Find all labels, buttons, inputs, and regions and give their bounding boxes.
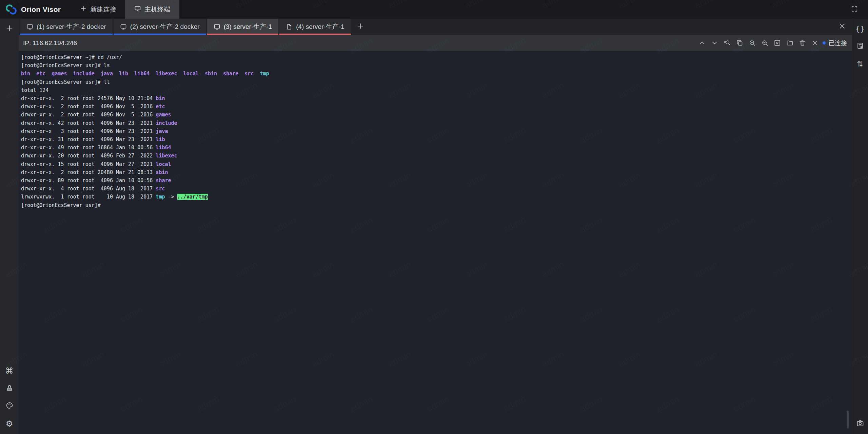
app-logo[interactable]: Orion Visor bbox=[0, 0, 61, 19]
terminal-line: bin etc games include java lib lib64 lib… bbox=[21, 70, 852, 78]
settings-button[interactable]: ⚙ bbox=[0, 415, 19, 433]
plus-icon bbox=[80, 5, 87, 14]
nav-host-terminal[interactable]: 主机终端 bbox=[125, 0, 179, 19]
terminal-line: drwxr-xr-x. 42 root root 4096 Mar 23 202… bbox=[21, 119, 852, 127]
fullscreen-icon bbox=[851, 5, 858, 14]
ip-address-label: IP: 116.62.194.246 bbox=[23, 39, 77, 47]
monitor-icon bbox=[26, 23, 33, 30]
file-icon bbox=[286, 23, 293, 30]
scroll-down-button[interactable] bbox=[709, 38, 719, 48]
zoom-in-button[interactable] bbox=[747, 38, 757, 48]
variables-button[interactable]: {} bbox=[852, 20, 868, 38]
swap-icon: ⇅ bbox=[857, 60, 863, 68]
tab-label: (3) server-生产-1 bbox=[224, 22, 272, 31]
tab-underline-red bbox=[207, 34, 279, 35]
terminal-line: [root@OrionEcsServer usr]# ll bbox=[21, 78, 852, 86]
orion-visor-logo-icon bbox=[5, 3, 17, 16]
terminal-scrollbar[interactable] bbox=[847, 411, 849, 429]
terminal-line: lrwxrwxrwx. 1 root root 10 Aug 18 2017 t… bbox=[21, 193, 852, 201]
new-tab-button[interactable] bbox=[352, 19, 369, 35]
transfer-button[interactable]: ⇅ bbox=[852, 55, 868, 73]
shortcut-keys-button[interactable]: ⌘ bbox=[0, 362, 19, 380]
clear-button[interactable] bbox=[797, 38, 807, 48]
session-toolbar: IP: 116.62.194.246 已连接 bbox=[19, 35, 852, 51]
app-header: Orion Visor 新建连接主机终端 bbox=[0, 0, 868, 19]
camera-icon bbox=[856, 419, 864, 429]
right-sidebar-bottom bbox=[852, 415, 868, 433]
status-label: 已连接 bbox=[829, 39, 847, 47]
terminal-line: total 124 bbox=[21, 86, 852, 94]
terminal-line: dr-xr-xr-x. 2 root root 20480 Mar 21 08:… bbox=[21, 168, 852, 176]
close-icon bbox=[811, 39, 818, 46]
copy-button[interactable] bbox=[734, 38, 745, 48]
tab-underline-blue bbox=[114, 34, 206, 35]
zoom-out-icon bbox=[761, 39, 768, 46]
command-snippet-button[interactable] bbox=[772, 38, 782, 48]
folder-icon bbox=[786, 39, 793, 46]
tab-underline-red bbox=[279, 34, 351, 35]
code-icon bbox=[774, 39, 781, 46]
tab-terminal-1[interactable]: (1) server-生产-2 docker bbox=[20, 19, 113, 35]
file-manager-button[interactable] bbox=[785, 38, 795, 48]
tab-terminal-2[interactable]: (2) server-生产-2 docker bbox=[114, 19, 206, 35]
trash-icon bbox=[799, 39, 806, 46]
monitor-icon bbox=[134, 5, 141, 14]
page-body: ⌘⚙ (1) server-生产-2 docker(2) server-生产-2… bbox=[0, 19, 868, 434]
screenshot-button[interactable] bbox=[852, 415, 868, 433]
app-title: Orion Visor bbox=[21, 5, 61, 14]
right-sidebar: {}⇅ bbox=[852, 19, 868, 434]
tab-terminal-4[interactable]: (4) server-生产-1 bbox=[279, 19, 351, 35]
left-sidebar: ⌘⚙ bbox=[0, 19, 19, 434]
braces-icon: {} bbox=[855, 25, 865, 33]
tab-label: (1) server-生产-2 docker bbox=[37, 22, 106, 31]
command-bookmark-button[interactable] bbox=[852, 38, 868, 55]
fullscreen-button[interactable] bbox=[848, 1, 861, 18]
scroll-up-button[interactable] bbox=[697, 38, 707, 48]
gear-icon: ⚙ bbox=[6, 420, 13, 428]
left-sidebar-bottom: ⌘⚙ bbox=[0, 362, 19, 433]
left-sidebar-top bbox=[0, 20, 19, 38]
status-dot bbox=[823, 41, 826, 44]
zoom-out-button[interactable] bbox=[760, 38, 770, 48]
copy-icon bbox=[736, 39, 743, 46]
tab-underline-blue bbox=[20, 34, 113, 35]
zoom-in-icon bbox=[749, 39, 756, 46]
terminal-line: drwxr-xr-x. 2 root root 4096 Nov 5 2016 … bbox=[21, 102, 852, 111]
seal-button[interactable] bbox=[0, 380, 19, 397]
terminal-line: drwxr-xr-x. 89 root root 4096 Jan 10 00:… bbox=[21, 176, 852, 185]
chevron-down-icon bbox=[711, 39, 718, 46]
doc-bookmark-icon bbox=[856, 42, 864, 51]
monitor-icon bbox=[120, 23, 127, 30]
terminal-line: drwxr-xr-x. 4 root root 4096 Aug 18 2017… bbox=[21, 185, 852, 193]
disconnect-button[interactable] bbox=[810, 38, 820, 48]
terminal-output: [root@OrionEcsServer ~]# cd /usr/[root@O… bbox=[21, 53, 852, 209]
close-icon bbox=[839, 22, 846, 31]
close-all-tabs-button[interactable] bbox=[833, 19, 852, 35]
terminal-line: drwxr-xr-x. 20 root root 4096 Feb 27 202… bbox=[21, 152, 852, 160]
new-connection-button[interactable] bbox=[0, 20, 19, 38]
plus-icon bbox=[5, 24, 14, 34]
search-lines-icon bbox=[724, 39, 731, 46]
plus-icon bbox=[357, 22, 364, 31]
terminal-line: drwxr-xr-x 3 root root 4096 Mar 23 2021 … bbox=[21, 127, 852, 135]
terminal-line: dr-xr-xr-x. 2 root root 24576 May 10 21:… bbox=[21, 94, 852, 102]
header-nav: 新建连接主机终端 bbox=[71, 0, 179, 19]
theme-button[interactable] bbox=[0, 397, 19, 415]
nav-new-connection[interactable]: 新建连接 bbox=[71, 0, 125, 19]
tab-label: (4) server-生产-1 bbox=[296, 22, 344, 31]
terminal-line: [root@OrionEcsServer usr]# bbox=[21, 201, 852, 209]
terminal-line: dr-xr-xr-x. 31 root root 4096 Mar 23 202… bbox=[21, 135, 852, 144]
terminal-tabs: (1) server-生产-2 docker(2) server-生产-2 do… bbox=[20, 19, 352, 35]
search-button[interactable] bbox=[722, 38, 732, 48]
tab-terminal-3[interactable]: (3) server-生产-1 bbox=[207, 19, 279, 35]
main-panel: (1) server-生产-2 docker(2) server-生产-2 do… bbox=[19, 19, 852, 434]
terminal-screen[interactable]: [root@OrionEcsServer ~]# cd /usr/[root@O… bbox=[19, 51, 852, 434]
terminal-line: [root@OrionEcsServer usr]# ls bbox=[21, 61, 852, 70]
terminal-line: drwxr-xr-x. 15 root root 4096 Mar 27 202… bbox=[21, 160, 852, 168]
stamp-icon bbox=[5, 384, 14, 393]
terminal-line: [root@OrionEcsServer ~]# cd /usr/ bbox=[21, 53, 852, 61]
right-sidebar-top: {}⇅ bbox=[852, 20, 868, 73]
orion-visor-app: { "watermark": { "text": "admin" }, "col… bbox=[0, 0, 868, 434]
connection-status: 已连接 bbox=[823, 39, 847, 47]
command-icon: ⌘ bbox=[5, 367, 14, 375]
